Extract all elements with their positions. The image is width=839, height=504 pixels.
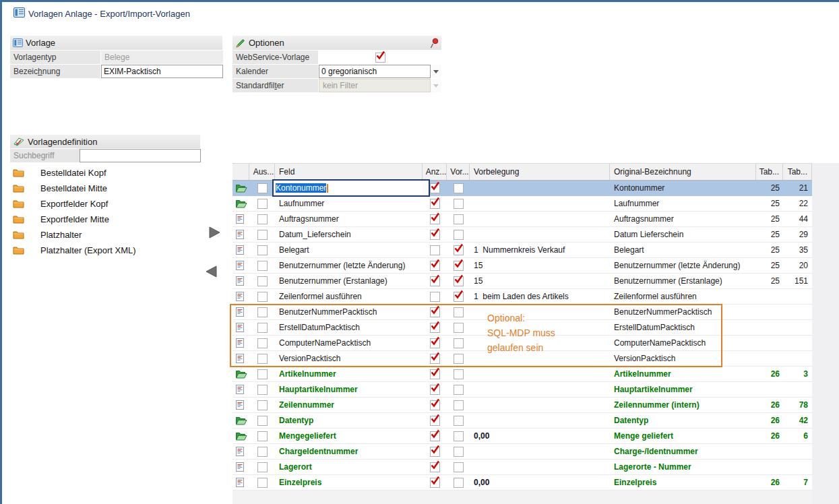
column-header-anz[interactable]: Anz...	[423, 164, 447, 180]
aus-checkbox[interactable]	[257, 447, 268, 457]
feld-cell[interactable]: Einzelpreis	[275, 475, 423, 490]
table-row[interactable]: LagerortLagerorte - Nummer	[232, 460, 812, 475]
anzeigen-checkbox[interactable]	[430, 183, 440, 193]
table-row[interactable]: BenutzerNummerPacktischBenutzerNummerPac…	[232, 305, 812, 320]
table-row[interactable]: KontonummerKontonummer2521	[232, 181, 812, 196]
anzeigen-checkbox[interactable]	[430, 214, 440, 224]
feld-cell[interactable]: Zeilennummer	[275, 398, 423, 412]
column-header-icon[interactable]	[232, 164, 249, 180]
feld-cell[interactable]: ComputerNamePacktisch	[275, 336, 423, 350]
anzeigen-checkbox[interactable]	[430, 354, 440, 364]
webservice-vorlage-checkbox[interactable]	[375, 53, 385, 63]
anzeigen-checkbox[interactable]	[430, 416, 440, 426]
column-header-aus[interactable]: Aus...	[249, 164, 275, 180]
folder-item[interactable]: Exportfelder Kopf	[10, 196, 147, 212]
column-header-tab-2[interactable]: Tab...	[783, 164, 812, 180]
aus-checkbox[interactable]	[257, 245, 268, 255]
vorbelegen-checkbox[interactable]	[454, 416, 464, 426]
table-row[interactable]: LaufnummerLaufnummer2522	[232, 196, 812, 212]
vorbelegen-checkbox[interactable]	[454, 338, 464, 348]
anzeigen-checkbox[interactable]	[430, 447, 440, 457]
folder-item[interactable]: Platzhalter	[10, 227, 147, 243]
anzeigen-checkbox[interactable]	[430, 478, 440, 488]
aus-checkbox[interactable]	[257, 338, 268, 348]
vorbelegen-checkbox[interactable]	[454, 462, 464, 472]
anzeigen-checkbox[interactable]	[430, 261, 440, 271]
table-row[interactable]: DatentypDatentyp2642	[232, 413, 812, 429]
vorbelegen-checkbox[interactable]	[454, 431, 464, 441]
bezeichnung-input[interactable]	[101, 65, 223, 78]
aus-checkbox[interactable]	[257, 385, 268, 395]
feld-cell[interactable]: Kontonummer	[275, 181, 423, 195]
move-right-button[interactable]	[207, 225, 222, 240]
feld-cell[interactable]: Belegart	[275, 243, 423, 257]
aus-checkbox[interactable]	[257, 214, 268, 224]
table-row[interactable]: Benutzernummer (Erstanlage)15Benutzernum…	[232, 274, 812, 289]
anzeigen-checkbox[interactable]	[430, 230, 440, 240]
vorbelegen-checkbox[interactable]	[454, 230, 464, 240]
anzeigen-checkbox[interactable]	[430, 307, 440, 317]
table-row[interactable]: ChargeldentnummerCharge-/Identnummer	[232, 444, 812, 460]
vorbelegen-checkbox[interactable]	[454, 199, 464, 209]
kalender-dropdown-arrow[interactable]	[431, 65, 441, 78]
folder-item[interactable]: Bestelldatei Kopf	[10, 165, 147, 181]
feld-editor[interactable]: Kontonummer	[272, 179, 430, 197]
feld-cell[interactable]: Datum_Lieferschein	[275, 227, 423, 242]
table-row[interactable]: ComputerNamePacktischComputerNamePacktis…	[232, 336, 812, 351]
feld-cell[interactable]: Chargeldentnummer	[275, 444, 423, 459]
table-row[interactable]: Benutzernummer (letzte Änderung)15Benutz…	[232, 258, 812, 274]
aus-checkbox[interactable]	[257, 292, 268, 302]
feld-cell[interactable]: Lagerort	[275, 460, 423, 474]
column-header-tab-1[interactable]: Tab...	[756, 164, 783, 180]
anzeigen-checkbox[interactable]	[430, 338, 440, 348]
aus-checkbox[interactable]	[257, 400, 268, 410]
table-row[interactable]: Einzelpreis0,00Einzelpreis267	[232, 475, 812, 491]
feld-cell[interactable]: BenutzerNummerPacktisch	[275, 305, 423, 319]
feld-cell[interactable]: Hauptartikelnummer	[275, 382, 423, 397]
vorbelegen-checkbox[interactable]	[454, 447, 464, 457]
feld-cell[interactable]: Zeilenformel ausführen	[275, 289, 423, 304]
table-row[interactable]: ArtikelnummerArtikelnummer263	[232, 367, 812, 382]
anzeigen-checkbox[interactable]	[430, 400, 440, 410]
aus-checkbox[interactable]	[257, 416, 268, 426]
vorbelegen-checkbox[interactable]	[454, 323, 464, 333]
feld-cell[interactable]: Mengegeliefert	[275, 429, 423, 443]
feld-cell[interactable]: Benutzernummer (Erstanlage)	[275, 274, 423, 288]
aus-checkbox[interactable]	[257, 369, 268, 379]
aus-checkbox[interactable]	[257, 230, 268, 240]
table-row[interactable]: Belegart1 Nummernkreis VerkaufBelegart25…	[232, 243, 812, 258]
anzeigen-checkbox[interactable]	[430, 276, 440, 286]
aus-checkbox[interactable]	[257, 276, 268, 286]
folder-item[interactable]: Platzhalter (Export XML)	[10, 243, 147, 258]
anzeigen-checkbox[interactable]	[430, 199, 440, 209]
anzeigen-checkbox[interactable]	[430, 431, 440, 441]
vorbelegen-checkbox[interactable]	[454, 354, 464, 364]
feld-cell[interactable]: Auftragsnummer	[275, 212, 423, 226]
aus-checkbox[interactable]	[257, 183, 268, 193]
anzeigen-checkbox[interactable]	[430, 385, 440, 395]
feld-cell[interactable]: Laufnummer	[275, 196, 423, 211]
table-row[interactable]: ZeilennummerZeilennummer (intern)2678	[232, 398, 812, 413]
vorbelegen-checkbox[interactable]	[454, 276, 464, 286]
feld-cell[interactable]: Datentyp	[275, 413, 423, 428]
table-row[interactable]: ErstellDatumPacktischErstellDatumPacktis…	[232, 320, 812, 336]
vorbelegen-checkbox[interactable]	[454, 292, 464, 302]
move-left-button[interactable]	[204, 264, 219, 279]
column-header-feld[interactable]: Feld	[275, 164, 423, 180]
anzeigen-checkbox[interactable]	[430, 292, 440, 302]
vorbelegen-checkbox[interactable]	[454, 385, 464, 395]
feld-cell[interactable]: Benutzernummer (letzte Änderung)	[275, 258, 423, 273]
anzeigen-checkbox[interactable]	[430, 245, 440, 255]
feld-cell[interactable]: VersionPacktisch	[275, 351, 423, 366]
folder-item[interactable]: Bestelldatei Mitte	[10, 181, 147, 196]
vorbelegen-checkbox[interactable]	[454, 183, 464, 193]
table-row[interactable]: Datum_LieferscheinDatum Lieferschein2529	[232, 227, 812, 243]
aus-checkbox[interactable]	[257, 261, 268, 271]
anzeigen-checkbox[interactable]	[430, 462, 440, 472]
anzeigen-checkbox[interactable]	[430, 369, 440, 379]
suchbegriff-input[interactable]	[80, 149, 201, 162]
aus-checkbox[interactable]	[257, 354, 268, 364]
aus-checkbox[interactable]	[257, 307, 268, 317]
vorbelegen-checkbox[interactable]	[454, 400, 464, 410]
feld-cell[interactable]: Artikelnummer	[275, 367, 423, 381]
